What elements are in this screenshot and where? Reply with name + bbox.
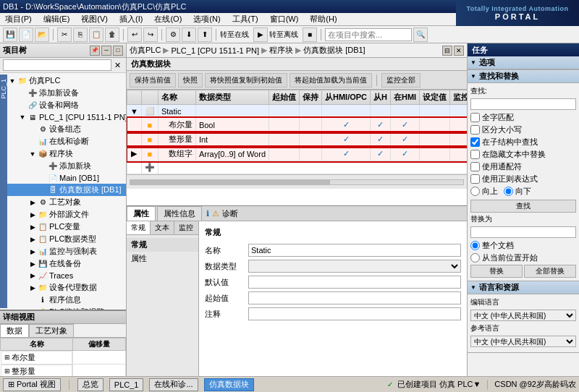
db-row-array[interactable]: ▶ ■ 数组字 Array[0..9] of Word ✓ ✓ ✓ — [127, 147, 468, 161]
subtab-text[interactable]: 文本 — [151, 221, 174, 234]
tree-item-external-src[interactable]: ▶ 📁 外部源文件 — [7, 208, 126, 221]
copy-snapshot-btn[interactable]: 将快照值复制到初始值 — [205, 73, 287, 88]
overview-tag[interactable]: 总览 — [77, 378, 103, 391]
radio-up[interactable] — [470, 187, 480, 196]
load-start-val-btn[interactable]: 将起始值加载为当前值 — [290, 73, 372, 88]
panel-float-btn[interactable]: ⊟ — [442, 46, 452, 56]
tree-item-tech-objects[interactable]: ▶ ⚙ 工艺对象 — [7, 196, 126, 208]
redo-btn[interactable]: ↪ — [143, 27, 158, 42]
db-row-int[interactable]: ■ 整形量 Int ✓ ✓ ✓ — [127, 132, 468, 147]
detail-row-0[interactable]: ⊞ 布尔量 — [1, 350, 126, 365]
tree-item-root[interactable]: ▼ 📁 仿真PLC — [7, 74, 126, 87]
scrollbar-thumb[interactable] — [130, 180, 330, 184]
online-tag[interactable]: 在线和诊... — [149, 378, 198, 391]
expand-static[interactable]: ▼ — [127, 105, 142, 118]
copy-btn[interactable]: ⎘ — [73, 27, 88, 42]
paste-btn[interactable]: 📋 — [89, 27, 103, 42]
cut-btn[interactable]: ✂ — [57, 27, 72, 42]
panel-close-btn[interactable]: ✕ — [454, 46, 464, 56]
tree-filter-input[interactable] — [3, 59, 111, 71]
tree-item-monitor[interactable]: ▶ 📊 监控与强制表 — [7, 245, 126, 257]
active-db-tag[interactable]: 仿真数据块 — [204, 378, 254, 391]
tree-item-online-diag[interactable]: 📊 在线和诊断 — [7, 135, 126, 148]
subtab-monitor[interactable]: 监控 — [174, 221, 198, 234]
open-btn[interactable]: 📂 — [35, 27, 49, 42]
ref-lang-select[interactable]: 中文 (中华人民共和国) — [470, 336, 576, 347]
panel-minimize-btn[interactable]: ─ — [101, 46, 111, 56]
tree-item-prog-info[interactable]: ℹ 程序信息 — [7, 294, 126, 306]
options-header[interactable]: ▼ 选项 — [468, 56, 579, 69]
tree-item-sim-db1[interactable]: 🗄 仿真数据块 [DB1] — [7, 184, 126, 196]
cb-hidden-text[interactable] — [470, 150, 480, 159]
menu-tools[interactable]: 工具(T) — [230, 14, 261, 25]
menu-edit[interactable]: 编辑(E) — [41, 14, 72, 25]
db-row-static[interactable]: ▼ ⬜ Static — [127, 105, 468, 118]
db-row-add[interactable]: ➕ — [127, 161, 468, 174]
radio-down[interactable] — [504, 187, 513, 196]
radio-from-current[interactable] — [470, 253, 480, 263]
undo-btn[interactable]: ↩ — [127, 27, 142, 42]
tree-item-program-blocks[interactable]: ▼ 📦 程序块 — [7, 148, 126, 160]
replace-all-btn[interactable]: 全部替换 — [524, 265, 576, 278]
find-btn[interactable]: 查找 — [470, 200, 576, 213]
panel-pin-btn[interactable]: 📌 — [90, 46, 100, 56]
find-input[interactable] — [470, 98, 576, 110]
toggle-plc1[interactable]: ▼ — [17, 112, 28, 122]
field-input-startval[interactable] — [248, 291, 461, 304]
prop-tab-attributes[interactable]: 属性 — [127, 206, 156, 221]
plc1-tag[interactable]: PLC_1 — [109, 378, 144, 391]
tree-item-proxy-data[interactable]: ▶ 📁 设备代理数据 — [7, 281, 126, 294]
menu-online[interactable]: 在线(O) — [152, 14, 184, 25]
tab-data[interactable]: 数据 — [0, 324, 29, 337]
cb-case[interactable] — [470, 125, 480, 135]
subtab-normal[interactable]: 常规 — [127, 221, 151, 234]
search-btn[interactable]: 🔍 — [413, 27, 428, 42]
search-input[interactable] — [325, 28, 412, 41]
tree-item-backup[interactable]: ▶ 💾 在线备份 — [7, 257, 126, 270]
edit-lang-select[interactable]: 中文 (中华人民共和国) — [470, 310, 576, 321]
prop-sidebar-attrs[interactable]: 属性 — [127, 252, 198, 265]
menu-view[interactable]: 视图(V) — [79, 14, 110, 25]
compile-btn[interactable]: ⚙ — [166, 27, 180, 42]
tree-item-plc-types[interactable]: ▶ 📋 PLC数据类型 — [7, 233, 126, 245]
field-input-default[interactable] — [248, 276, 461, 289]
upload-btn[interactable]: ⬆ — [198, 27, 212, 42]
new-btn[interactable]: 📄 — [19, 27, 33, 42]
toggle-prog[interactable]: ▼ — [28, 149, 38, 159]
horizontal-scrollbar[interactable] — [130, 179, 464, 185]
expand-array[interactable]: ▶ — [127, 147, 142, 161]
tree-filter-clear[interactable]: ✕ — [111, 59, 123, 71]
tree-item-add-block[interactable]: ➕ 添加新块 — [7, 160, 126, 172]
menu-help[interactable]: 帮助(H) — [308, 14, 339, 25]
delete-btn[interactable]: 🗑 — [105, 27, 119, 42]
radio-whole-doc[interactable] — [470, 241, 480, 250]
prop-sidebar-general[interactable]: 常规 — [127, 238, 198, 252]
tab-tech-objects[interactable]: 工艺对象 — [29, 324, 74, 337]
search-replace-header[interactable]: ▼ 查找和替换 — [468, 70, 579, 83]
tree-item-device-config[interactable]: ⚙ 设备组态 — [7, 123, 126, 135]
menu-insert[interactable]: 插入(I) — [117, 14, 145, 25]
monitor-all-btn[interactable]: 监控全部 — [381, 73, 420, 88]
snapshot-btn[interactable]: 快照 — [178, 73, 203, 88]
retain-current-btn[interactable]: 保持当前值 — [130, 73, 176, 88]
tree-item-plc-vars[interactable]: ▶ 📋 PLC变量 — [7, 221, 126, 233]
toggle-root[interactable]: ▼ — [7, 76, 17, 86]
download-btn[interactable]: ⬇ — [182, 27, 196, 42]
prop-tab-info[interactable]: 属性信息 — [157, 206, 202, 221]
field-input-type[interactable] — [248, 260, 461, 273]
tree-item-main-ob1[interactable]: 📄 Main [OB1] — [7, 172, 126, 184]
tree-item-traces[interactable]: ▶ 📈 Traces — [7, 270, 126, 281]
cb-full-word[interactable] — [470, 113, 480, 122]
goto-offline-btn[interactable]: ■ — [303, 27, 317, 42]
tree-item-devices-networks[interactable]: 🔗 设备和网络 — [7, 99, 126, 111]
replace-btn[interactable]: 替换 — [470, 265, 523, 278]
db-row-bool[interactable]: ■ 布尔量 Bool ✓ ✓ ✓ — [127, 118, 468, 132]
menu-window[interactable]: 窗口(W) — [268, 14, 301, 25]
tree-item-plc1[interactable]: ▼ 🖥 PLC_1 [CPU 1511-1 PN] — [7, 111, 126, 123]
cb-wildcard[interactable] — [470, 162, 480, 171]
cb-sub-struct[interactable] — [470, 137, 480, 147]
cb-regex[interactable] — [470, 174, 480, 184]
panel-maximize-btn[interactable]: □ — [113, 46, 123, 56]
tree-item-add-device[interactable]: ➕ 添加新设备 — [7, 87, 126, 99]
field-input-name[interactable] — [248, 244, 461, 257]
